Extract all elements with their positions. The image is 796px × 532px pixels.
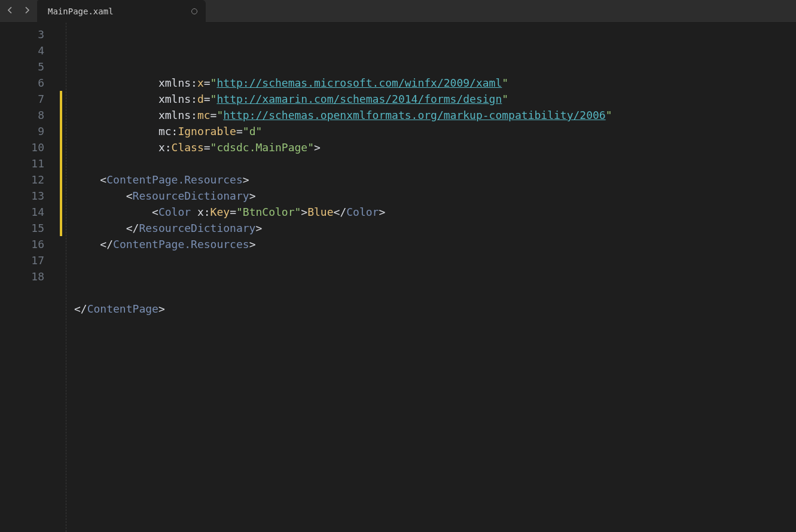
- code-line[interactable]: </ContentPage.Resources>: [74, 236, 789, 252]
- code-line[interactable]: x:Class="cdsdc.MainPage">: [74, 139, 789, 155]
- line-number: 3: [0, 26, 44, 42]
- code-editor[interactable]: xmlns:x="http://schemas.microsoft.com/wi…: [62, 23, 789, 532]
- line-number: 7: [0, 91, 44, 107]
- line-number: 16: [0, 236, 44, 252]
- nav-forward-button[interactable]: [22, 3, 32, 19]
- code-line[interactable]: [74, 252, 789, 268]
- code-line[interactable]: <ResourceDictionary>: [74, 188, 789, 204]
- line-number: 11: [0, 155, 44, 172]
- editor-tab[interactable]: MainPage.xaml: [37, 0, 206, 23]
- code-line[interactable]: [74, 155, 789, 172]
- code-line[interactable]: <ContentPage.Resources>: [74, 172, 789, 188]
- code-line[interactable]: </ResourceDictionary>: [74, 220, 789, 236]
- line-number: 9: [0, 123, 44, 139]
- line-number: 15: [0, 220, 44, 236]
- line-number: 8: [0, 107, 44, 123]
- code-line[interactable]: xmlns:mc="http://schemas.openxmlformats.…: [74, 107, 789, 123]
- line-number: 12: [0, 172, 44, 188]
- line-number: 6: [0, 75, 44, 91]
- code-line[interactable]: [74, 285, 789, 301]
- code-line[interactable]: mc:Ignorable="d": [74, 123, 789, 139]
- code-line[interactable]: </ContentPage>: [74, 301, 789, 317]
- minimap[interactable]: [789, 23, 796, 532]
- indent-guide: [66, 23, 66, 532]
- line-number: 13: [0, 188, 44, 204]
- code-line[interactable]: <Color x:Key="BtnColor">Blue</Color>: [74, 204, 789, 220]
- tab-modified-icon[interactable]: [191, 8, 197, 14]
- line-number: 17: [0, 252, 44, 268]
- code-line[interactable]: xmlns:x="http://schemas.microsoft.com/wi…: [74, 75, 789, 91]
- tab-title: MainPage.xaml: [48, 7, 114, 16]
- nav-buttons: [0, 3, 37, 19]
- code-line[interactable]: [74, 317, 789, 333]
- tab-bar: MainPage.xaml: [0, 0, 796, 23]
- code-line[interactable]: xmlns:d="http://xamarin.com/schemas/2014…: [74, 91, 789, 107]
- editor-container: 3456789101112131415161718 xmlns:x="http:…: [0, 23, 796, 532]
- line-number: 4: [0, 42, 44, 59]
- line-number: 18: [0, 268, 44, 285]
- line-number-gutter: 3456789101112131415161718: [0, 23, 60, 532]
- code-line[interactable]: [74, 268, 789, 285]
- nav-back-button[interactable]: [5, 3, 16, 19]
- line-number: 5: [0, 59, 44, 75]
- line-number: 10: [0, 139, 44, 155]
- line-number: 14: [0, 204, 44, 220]
